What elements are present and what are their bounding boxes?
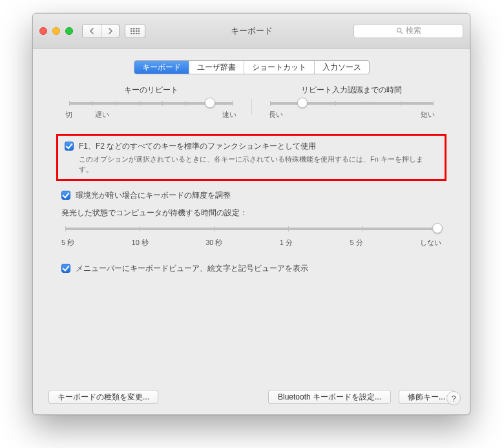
nav-forward-button[interactable] <box>101 25 119 37</box>
highlight-box: F1、F2 などのすべてのキーを標準のファンクションキーとして使用 このオプショ… <box>56 134 446 181</box>
preferences-window: キーボード 検索 キーボード ユーザ辞書 ショートカット 入力ソース キーのリピ… <box>32 13 470 415</box>
nav-back-button[interactable] <box>83 25 101 37</box>
key-repeat-section: キーのリピート 切 遅い . . . 速い <box>51 85 251 120</box>
key-repeat-label: キーのリピート <box>63 85 240 96</box>
tab-keyboard[interactable]: キーボード <box>134 61 189 74</box>
window-title: キーボード <box>231 25 273 37</box>
zoom-window-button[interactable] <box>65 27 73 35</box>
show-all-button[interactable] <box>125 24 145 38</box>
tick-30s: 30 秒 <box>205 238 222 248</box>
svg-rect-9 <box>133 33 135 34</box>
svg-rect-0 <box>131 28 132 30</box>
tabs: キーボード ユーザ辞書 ショートカット 入力ソース <box>134 60 370 74</box>
key-repeat-slider[interactable] <box>69 102 233 105</box>
change-keyboard-type-button[interactable]: キーボードの種類を変更... <box>48 390 158 404</box>
svg-rect-4 <box>131 30 132 32</box>
svg-rect-8 <box>131 33 132 34</box>
svg-rect-10 <box>136 33 138 34</box>
delay-slider[interactable] <box>270 102 434 105</box>
backlight-idle-label: 発光した状態でコンピュータが待機する時間の設定： <box>61 208 441 219</box>
delay-knob[interactable] <box>297 98 308 108</box>
tick-5m: 5 分 <box>350 238 362 248</box>
search-placeholder: 検索 <box>406 25 421 36</box>
svg-rect-3 <box>138 28 140 30</box>
delay-section: リピート入力認識までの時間 長い 短い <box>252 85 452 120</box>
search-icon <box>396 27 403 34</box>
fn-keys-label: F1、F2 などのすべてのキーを標準のファンクションキーとして使用 <box>79 141 316 152</box>
tab-user-dictionary[interactable]: ユーザ辞書 <box>189 61 244 74</box>
fn-keys-description: このオプションが選択されているときに、各キーに示されている特殊機能を使用するには… <box>79 155 428 175</box>
svg-rect-2 <box>136 28 138 30</box>
close-window-button[interactable] <box>39 27 47 35</box>
scale-fast: 速い <box>222 110 236 120</box>
backlight-adjust-checkbox[interactable] <box>61 191 70 200</box>
help-button[interactable]: ? <box>446 391 461 405</box>
show-viewer-label: メニューバーにキーボードビューア、絵文字と記号ビューアを表示 <box>76 263 308 274</box>
svg-line-13 <box>401 32 403 34</box>
scale-long: 長い <box>269 110 283 120</box>
show-viewer-checkbox[interactable] <box>61 264 70 273</box>
tick-1m: 1 分 <box>280 238 293 248</box>
sliders-row: キーのリピート 切 遅い . . . 速い リピート入力認識までの時間 <box>51 85 452 120</box>
window-controls <box>39 27 73 35</box>
bluetooth-keyboard-button[interactable]: Bluetooth キーボードを設定... <box>268 390 391 404</box>
minimize-window-button[interactable] <box>52 27 60 35</box>
tick-never: しない <box>420 238 441 248</box>
titlebar: キーボード 検索 <box>33 14 470 48</box>
svg-point-12 <box>397 28 401 32</box>
backlight-idle-knob[interactable] <box>432 223 443 233</box>
svg-rect-7 <box>138 30 140 32</box>
search-field[interactable]: 検索 <box>353 24 463 38</box>
scale-slow: 遅い <box>95 110 109 120</box>
tick-10s: 10 秒 <box>132 238 149 248</box>
fn-keys-checkbox[interactable] <box>65 142 74 151</box>
svg-rect-6 <box>136 30 138 32</box>
svg-rect-5 <box>133 30 135 32</box>
tabs-row: キーボード ユーザ辞書 ショートカット 入力ソース <box>33 48 470 82</box>
tab-input-sources[interactable]: 入力ソース <box>314 61 369 74</box>
backlight-adjust-label: 環境光が暗い場合にキーボードの輝度を調整 <box>76 190 231 201</box>
tick-5s: 5 秒 <box>61 238 74 248</box>
key-repeat-knob[interactable] <box>205 98 215 108</box>
scale-off: 切 <box>65 110 72 120</box>
delay-label: リピート入力認識までの時間 <box>264 85 441 96</box>
scale-short: 短い <box>421 110 435 120</box>
nav-back-forward <box>82 24 120 38</box>
backlight-idle-slider[interactable] <box>65 228 437 230</box>
svg-rect-1 <box>133 28 135 30</box>
bottom-button-row: キーボードの種類を変更... Bluetooth キーボードを設定... 修飾キ… <box>33 379 470 414</box>
tab-shortcuts[interactable]: ショートカット <box>244 61 314 74</box>
content-area: キーのリピート 切 遅い . . . 速い リピート入力認識までの時間 <box>33 82 470 379</box>
backlight-idle-tick-labels: 5 秒 10 秒 30 秒 1 分 5 分 しない <box>61 238 441 248</box>
svg-rect-11 <box>138 33 140 34</box>
